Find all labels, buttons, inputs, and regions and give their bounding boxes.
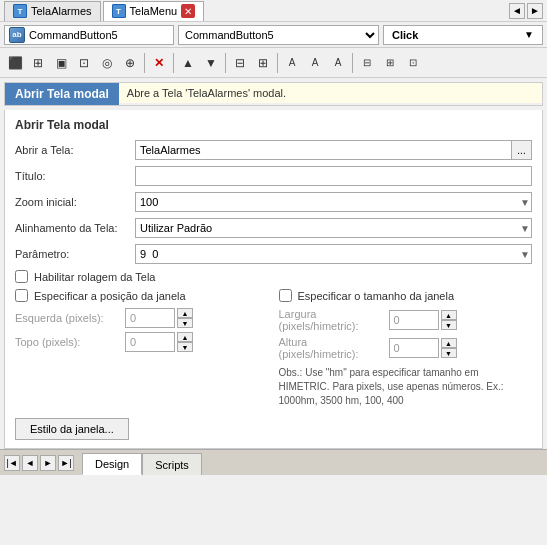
topo-label: Topo (pixels): — [15, 336, 125, 348]
tb-btn-5[interactable]: ◎ — [96, 52, 118, 74]
topo-input[interactable] — [125, 332, 175, 352]
action-title: Abrir Tela modal — [5, 83, 119, 105]
nav-next-button[interactable]: ► — [40, 455, 56, 471]
title-bar: T TelaAlarmes T TelaMenu ✕ ◄ ► — [0, 0, 547, 22]
zoom-select-wrapper: 100 75 50 150 200 ▼ — [135, 192, 532, 212]
action-header: Abrir Tela modal Abre a Tela 'TelaAlarme… — [4, 82, 543, 106]
main-content: Abrir Tela modal Abrir a Tela: ... Títul… — [4, 110, 543, 449]
abrir-tela-label: Abrir a Tela: — [15, 144, 135, 156]
tb-btn-2[interactable]: ⊞ — [27, 52, 49, 74]
two-col-section: Especificar a posição da janela Esquerda… — [15, 289, 532, 408]
topo-spinners: ▲ ▼ — [177, 332, 193, 352]
alinhamento-label: Alinhamento da Tela: — [15, 222, 135, 234]
abrir-tela-browse-button[interactable]: ... — [512, 140, 532, 160]
altura-up[interactable]: ▲ — [441, 338, 457, 348]
nav-arrows: ◄ ► — [509, 3, 543, 19]
tb-btn-a2[interactable]: A — [304, 52, 326, 74]
tela-alarmes-label: TelaAlarmes — [31, 5, 92, 17]
abrir-tela-input[interactable] — [135, 140, 512, 160]
toolbar-separator-3 — [225, 53, 226, 73]
event-label: Click — [392, 29, 418, 41]
zoom-row: Zoom inicial: 100 75 50 150 200 ▼ — [15, 192, 532, 212]
component-name-box: ab CommandButton5 — [4, 25, 174, 45]
style-button[interactable]: Estilo da janela... — [15, 418, 129, 440]
tb-btn-4[interactable]: ⊡ — [73, 52, 95, 74]
tab-design[interactable]: Design — [82, 453, 142, 475]
tb-btn-a3[interactable]: A — [327, 52, 349, 74]
toolbar-separator-2 — [173, 53, 174, 73]
tab-tela-menu[interactable]: T TelaMenu ✕ — [103, 1, 205, 21]
parametro-input[interactable] — [135, 244, 532, 264]
nav-first-button[interactable]: |◄ — [4, 455, 20, 471]
altura-row: Altura (pixels/himetric): ▲ ▼ — [279, 336, 533, 360]
nav-right-button[interactable]: ► — [527, 3, 543, 19]
tela-menu-icon: T — [112, 4, 126, 18]
event-box[interactable]: Click ▼ — [383, 25, 543, 45]
tb-btn-1[interactable]: ⬛ — [4, 52, 26, 74]
titulo-label: Título: — [15, 170, 135, 182]
toolbar-separator-1 — [144, 53, 145, 73]
tb-btn-a1[interactable]: A — [281, 52, 303, 74]
altura-spinners: ▲ ▼ — [441, 338, 457, 358]
toolbar: ⬛ ⊞ ▣ ⊡ ◎ ⊕ ✕ ▲ ▼ ⊟ ⊞ A A A ⊟ ⊞ ⊡ — [0, 48, 547, 78]
parametro-select-wrapper: ▼ — [135, 244, 532, 264]
tab-scripts-label: Scripts — [155, 459, 189, 471]
zoom-select[interactable]: 100 75 50 150 200 — [135, 192, 532, 212]
largura-up[interactable]: ▲ — [441, 310, 457, 320]
esquerda-down[interactable]: ▼ — [177, 318, 193, 328]
habilitar-rolagem-row: Habilitar rolagem da Tela — [15, 270, 532, 283]
position-col: Especificar a posição da janela Esquerda… — [15, 289, 269, 408]
tela-menu-label: TelaMenu — [130, 5, 178, 17]
tab-design-label: Design — [95, 458, 129, 470]
largura-input[interactable] — [389, 310, 439, 330]
tb-btn-3[interactable]: ▣ — [50, 52, 72, 74]
altura-label: Altura (pixels/himetric): — [279, 336, 389, 360]
parametro-row: Parâmetro: ▼ — [15, 244, 532, 264]
bottom-section: |◄ ◄ ► ►| Design Scripts — [0, 449, 547, 475]
nav-left-button[interactable]: ◄ — [509, 3, 525, 19]
alinhamento-select[interactable]: Utilizar Padrão Centro Esquerda Direita — [135, 218, 532, 238]
altura-down[interactable]: ▼ — [441, 348, 457, 358]
action-description: Abre a Tela 'TelaAlarmes' modal. — [119, 83, 542, 103]
topo-up[interactable]: ▲ — [177, 332, 193, 342]
tb-btn-down[interactable]: ▼ — [200, 52, 222, 74]
tb-btn-page1[interactable]: ⊟ — [356, 52, 378, 74]
tb-btn-paste[interactable]: ⊞ — [252, 52, 274, 74]
habilitar-rolagem-checkbox[interactable] — [15, 270, 28, 283]
alinhamento-select-wrapper: Utilizar Padrão Centro Esquerda Direita … — [135, 218, 532, 238]
tab-tela-alarmes[interactable]: T TelaAlarmes — [4, 1, 101, 21]
esquerda-input[interactable] — [125, 308, 175, 328]
toolbar-separator-5 — [352, 53, 353, 73]
tb-btn-copy[interactable]: ⊟ — [229, 52, 251, 74]
section-title: Abrir Tela modal — [15, 118, 532, 132]
tb-btn-up[interactable]: ▲ — [177, 52, 199, 74]
esquerda-row: Esquerda (pixels): ▲ ▼ — [15, 308, 269, 328]
alinhamento-row: Alinhamento da Tela: Utilizar Padrão Cen… — [15, 218, 532, 238]
especificar-posicao-checkbox[interactable] — [15, 289, 28, 302]
largura-row: Largura (pixels/himetric): ▲ ▼ — [279, 308, 533, 332]
especificar-tamanho-checkbox[interactable] — [279, 289, 292, 302]
nav-prev-button[interactable]: ◄ — [22, 455, 38, 471]
close-tab-button[interactable]: ✕ — [181, 4, 195, 18]
toolbar-separator-4 — [277, 53, 278, 73]
tb-btn-page2[interactable]: ⊞ — [379, 52, 401, 74]
component-select[interactable]: CommandButton5 — [178, 25, 379, 45]
bottom-nav: |◄ ◄ ► ►| — [0, 450, 78, 475]
topo-down[interactable]: ▼ — [177, 342, 193, 352]
titulo-input[interactable] — [135, 166, 532, 186]
tb-btn-delete[interactable]: ✕ — [148, 52, 170, 74]
nav-last-button[interactable]: ►| — [58, 455, 74, 471]
tab-scripts[interactable]: Scripts — [142, 453, 202, 475]
especificar-tamanho-label: Especificar o tamanho da janela — [298, 290, 455, 302]
largura-down[interactable]: ▼ — [441, 320, 457, 330]
esquerda-up[interactable]: ▲ — [177, 308, 193, 318]
abrir-tela-row: Abrir a Tela: ... — [15, 140, 532, 160]
tb-btn-page3[interactable]: ⊡ — [402, 52, 424, 74]
esquerda-spinners: ▲ ▼ — [177, 308, 193, 328]
parametro-label: Parâmetro: — [15, 248, 135, 260]
zoom-label: Zoom inicial: — [15, 196, 135, 208]
titulo-row: Título: — [15, 166, 532, 186]
tb-btn-6[interactable]: ⊕ — [119, 52, 141, 74]
obs-text: Obs.: Use "hm" para especificar tamanho … — [279, 366, 533, 408]
altura-input[interactable] — [389, 338, 439, 358]
